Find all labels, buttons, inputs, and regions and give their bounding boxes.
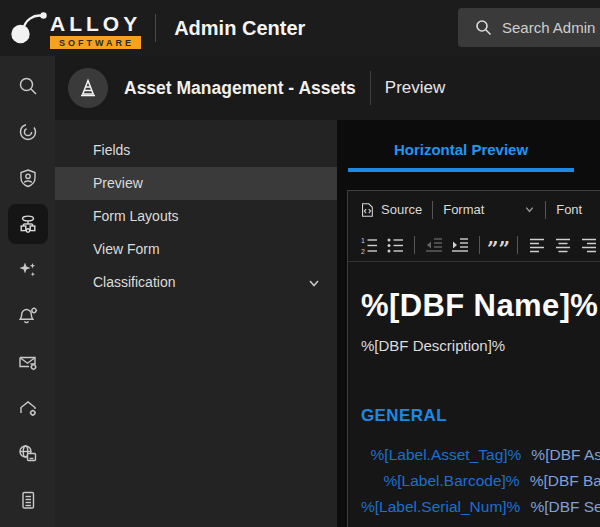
top-bar: ALLOY SOFTWARE Admin Center xyxy=(0,0,600,56)
sidebar-item-fields[interactable]: Fields xyxy=(55,134,337,167)
field-row: %[Label.Serial_Num]% %[DBF Se xyxy=(361,498,600,516)
field-value: %[DBF Ba xyxy=(530,472,600,490)
bell-gear-icon xyxy=(17,305,39,327)
page-subtitle: Preview xyxy=(385,78,445,98)
doc-lines-icon xyxy=(17,489,39,511)
align-right-button[interactable] xyxy=(576,234,600,256)
page-title: Asset Management - Assets xyxy=(124,78,356,99)
admin-search-box[interactable] xyxy=(458,8,600,47)
active-tab-indicator xyxy=(348,168,574,172)
format-dropdown[interactable]: Format xyxy=(443,202,535,217)
logo-alloy-text: ALLOY xyxy=(50,13,141,35)
module-badge xyxy=(68,68,108,108)
icon-rail xyxy=(0,56,55,527)
general-section-heading: GENERAL xyxy=(361,406,600,426)
editor-toolbar: Source Format Font xyxy=(348,191,600,262)
logo-software-text: SOFTWARE xyxy=(50,36,141,49)
unordered-list-button[interactable] xyxy=(382,234,408,256)
globe-card-icon xyxy=(17,443,39,465)
rail-bell-gear-button[interactable] xyxy=(5,293,51,339)
header-divider xyxy=(370,71,371,105)
preview-document: %[DBF Name]% %[DBF Description]% GENERAL… xyxy=(348,262,600,516)
rail-workflow-button[interactable] xyxy=(8,204,48,244)
rail-home-gear-button[interactable] xyxy=(5,385,51,431)
field-label: %[Label.Asset_Tag]% xyxy=(361,446,521,464)
field-label: %[Label.Barcode]% xyxy=(361,472,520,490)
preview-editor: Source Format Font xyxy=(347,190,600,527)
topbar-divider xyxy=(155,14,156,42)
rail-mail-gear-button[interactable] xyxy=(5,339,51,385)
toolbar-separator xyxy=(517,236,518,254)
rail-sparkles-button[interactable] xyxy=(5,247,51,293)
settings-sidebar: Fields Preview Form Layouts View Form Cl… xyxy=(55,120,337,527)
svg-text:2: 2 xyxy=(361,247,365,254)
rail-doc-lines-button[interactable] xyxy=(5,477,51,523)
rail-gauge-button[interactable] xyxy=(5,109,51,155)
svg-text:1: 1 xyxy=(361,236,365,243)
outdent-button[interactable] xyxy=(421,234,447,256)
rail-shield-user-button[interactable] xyxy=(5,155,51,201)
toolbar-separator xyxy=(479,236,480,254)
chevron-down-icon xyxy=(307,276,321,290)
sidebar-item-classification[interactable]: Classification xyxy=(55,266,337,299)
blockquote-button[interactable]: ”” xyxy=(486,234,512,256)
admin-center-window: ALLOY SOFTWARE Admin Center xyxy=(0,0,600,527)
align-left-button[interactable] xyxy=(524,234,550,256)
search-input[interactable] xyxy=(502,19,600,36)
field-value: %[DBF Se xyxy=(530,498,600,516)
chevron-down-icon xyxy=(524,204,535,215)
toolbar-separator xyxy=(545,201,546,219)
app-title: Admin Center xyxy=(174,17,305,40)
dbf-name-heading: %[DBF Name]% xyxy=(361,288,600,324)
sidebar-item-form-layouts[interactable]: Form Layouts xyxy=(55,200,337,233)
rail-search-button[interactable] xyxy=(5,63,51,109)
search-icon xyxy=(17,75,39,97)
rail-globe-card-button[interactable] xyxy=(5,431,51,477)
shield-user-icon xyxy=(17,167,39,189)
field-label: %[Label.Serial_Num]% xyxy=(361,498,520,516)
source-button[interactable]: Source xyxy=(359,202,422,218)
workflow-icon xyxy=(17,213,39,235)
field-value: %[DBF As xyxy=(531,446,600,464)
field-row: %[Label.Barcode]% %[DBF Ba xyxy=(361,472,600,490)
mail-gear-icon xyxy=(17,351,39,373)
page-header: Asset Management - Assets Preview xyxy=(55,56,600,120)
indent-button[interactable] xyxy=(447,234,473,256)
home-gear-icon xyxy=(17,397,39,419)
ordered-list-button[interactable]: 1 2 xyxy=(356,234,382,256)
tab-horizontal-preview[interactable]: Horizontal Preview xyxy=(348,141,574,158)
cone-icon xyxy=(76,76,100,100)
gauge-icon xyxy=(17,121,39,143)
field-row: %[Label.Asset_Tag]% %[DBF As xyxy=(361,446,600,464)
main-content: Horizontal Preview Source xyxy=(337,120,600,527)
toolbar-separator xyxy=(432,201,433,219)
alloy-logo-mark-icon xyxy=(8,7,48,49)
sidebar-item-view-form[interactable]: View Form xyxy=(55,233,337,266)
font-dropdown[interactable]: Font xyxy=(556,202,582,217)
sparkles-icon xyxy=(17,259,39,281)
alloy-logo[interactable]: ALLOY SOFTWARE xyxy=(8,7,141,49)
dbf-description-text: %[DBF Description]% xyxy=(361,337,600,354)
search-icon xyxy=(475,19,492,36)
align-center-button[interactable] xyxy=(550,234,576,256)
sidebar-item-preview[interactable]: Preview xyxy=(55,167,337,200)
source-code-icon xyxy=(359,202,375,218)
toolbar-separator xyxy=(414,236,415,254)
